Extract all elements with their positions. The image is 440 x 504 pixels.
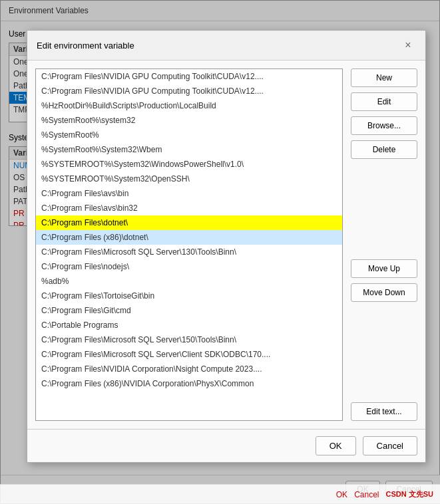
list-item[interactable]: C:\Program Files\TortoiseGit\bin (36, 289, 342, 303)
list-item[interactable]: %SystemRoot%\system32 (36, 113, 342, 128)
modal-titlebar: Edit environment variable × (27, 31, 425, 61)
move-up-button[interactable]: Move Up (351, 259, 417, 278)
list-item[interactable]: C:\Program Files\avs\bin32 (36, 201, 342, 215)
list-item[interactable]: %SystemRoot% (36, 128, 342, 142)
list-item[interactable]: %SystemRoot%\System32\Wbem (36, 142, 342, 157)
watermark-bar: OK Cancel CSDN 文先SU (0, 484, 440, 504)
list-item[interactable]: %SYSTEMROOT%\System32\OpenSSH\ (36, 172, 342, 186)
list-item[interactable]: C:\Program Files (x86)\dotnet\ (36, 230, 342, 245)
watermark-cancel: Cancel (354, 490, 379, 499)
modal-close-button[interactable]: × (400, 37, 416, 53)
list-item[interactable]: C:\Portable Programs (36, 318, 342, 332)
edit-env-variable-dialog: Edit environment variable × C:\Program F… (27, 30, 426, 463)
new-button[interactable]: New (351, 68, 417, 87)
list-item[interactable]: C:\Program Files\NVIDIA GPU Computing To… (36, 84, 342, 98)
list-item[interactable]: C:\Program Files\avs\bin (36, 186, 342, 201)
modal-cancel-button[interactable]: Cancel (363, 436, 417, 455)
edit-button[interactable]: Edit (351, 92, 417, 111)
list-item[interactable]: C:\Program Files\nodejs\ (36, 259, 342, 274)
list-item[interactable]: C:\Program Files\Git\cmd (36, 303, 342, 318)
list-item[interactable]: %HzRootDir%Build\Scripts\Production\Loca… (36, 98, 342, 113)
delete-button[interactable]: Delete (351, 140, 417, 159)
watermark-ok: OK (336, 490, 347, 499)
list-item[interactable]: C:\Program Files\NVIDIA GPU Computing To… (36, 69, 342, 84)
btn-spacer (351, 164, 417, 254)
list-item[interactable]: C:\Program Files\Microsoft SQL Server\Cl… (36, 347, 342, 362)
move-down-button[interactable]: Move Down (351, 283, 417, 302)
modal-title: Edit environment variable (37, 41, 134, 51)
modal-body: C:\Program Files\NVIDIA GPU Computing To… (27, 61, 425, 429)
btn-spacer2 (351, 307, 417, 397)
list-item[interactable]: C:\Program Files\Microsoft SQL Server\13… (36, 245, 342, 259)
list-item[interactable]: C:\Program Files\Microsoft SQL Server\15… (36, 332, 342, 347)
edit-text-button[interactable]: Edit text... (351, 402, 417, 421)
modal-ok-button[interactable]: OK (316, 436, 356, 455)
modal-footer: OK Cancel (27, 429, 425, 462)
browse-button[interactable]: Browse... (351, 116, 417, 135)
path-list[interactable]: C:\Program Files\NVIDIA GPU Computing To… (35, 68, 343, 421)
list-item[interactable]: C:\Program Files\NVIDIA Corporation\Nsig… (36, 362, 342, 376)
list-item[interactable]: C:\Program Files\dotnet\ (36, 215, 342, 230)
list-item[interactable]: %SYSTEMROOT%\System32\WindowsPowerShell\… (36, 157, 342, 172)
list-item[interactable]: C:\Program Files (x86)\NVIDIA Corporatio… (36, 376, 342, 391)
watermark-logo: CSDN 文先SU (385, 489, 433, 499)
list-item[interactable]: %adb% (36, 274, 342, 289)
buttons-panel: New Edit Browse... Delete Move Up Move D… (351, 68, 417, 421)
